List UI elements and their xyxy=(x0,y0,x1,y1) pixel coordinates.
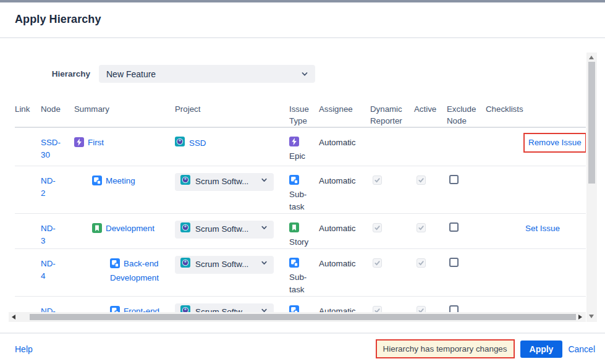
summary-cell: Development xyxy=(74,213,175,248)
scroll-left-arrow-icon[interactable] xyxy=(12,315,15,320)
dynamic-reporter-cell xyxy=(370,166,414,213)
vertical-scrollbar[interactable] xyxy=(586,53,597,322)
epic-icon xyxy=(289,137,299,150)
project-dropdown[interactable]: Scrum Softw... xyxy=(175,256,274,274)
dynamic-reporter-cell xyxy=(370,296,414,312)
table-viewport: LinkNodeSummaryProjectIssue TypeAssignee… xyxy=(15,99,586,312)
summary-cell: Meeting xyxy=(74,166,175,213)
checklists-cell xyxy=(486,296,525,312)
project-dropdown[interactable]: Scrum Softw... xyxy=(175,173,274,191)
scroll-right-arrow-icon[interactable] xyxy=(578,315,582,320)
table-row: SSD- 30FirstSSDEpicAutomaticRemove Issue xyxy=(15,127,586,166)
node-link[interactable]: ND- xyxy=(41,307,56,313)
cancel-link[interactable]: Cancel xyxy=(568,344,595,354)
actions-cell: Set Issue xyxy=(525,213,586,248)
horizontal-scrollbar[interactable] xyxy=(9,312,586,322)
active-checkbox xyxy=(417,258,426,268)
node-cell: ND- xyxy=(41,296,74,312)
status-message: Hierarchy has temporary changes xyxy=(376,339,515,358)
node-link[interactable]: SSD- 30 xyxy=(41,138,61,159)
chevron-down-icon xyxy=(260,306,268,312)
horizontal-scrollbar-thumb[interactable] xyxy=(30,314,576,320)
project-cell: Scrum Softw... xyxy=(175,213,289,248)
node-link[interactable]: ND- 2 xyxy=(41,176,56,198)
table-row: ND-Front-endScrum Softw...Sub- taskAutom… xyxy=(15,296,586,312)
issue-type-cell: Sub- task xyxy=(289,166,319,213)
checklists-cell xyxy=(486,213,525,248)
active-cell xyxy=(414,248,447,296)
assignee-value: Automatic xyxy=(319,259,356,268)
actions-cell xyxy=(525,166,586,213)
exclude-node-checkbox[interactable] xyxy=(449,258,459,267)
subtask-icon xyxy=(92,176,102,189)
footer-actions: Hierarchy has temporary changes Apply Ca… xyxy=(376,339,595,358)
checklists-cell xyxy=(486,248,525,296)
active-cell xyxy=(414,127,447,166)
assignee-cell: Automatic xyxy=(319,166,370,213)
issue-type-cell: Story xyxy=(289,213,319,248)
column-header-summary: Summary xyxy=(74,99,175,127)
hierarchy-label: Hierarchy xyxy=(15,69,90,78)
node-link[interactable]: ND- 4 xyxy=(41,259,56,281)
node-link[interactable]: ND- 3 xyxy=(41,224,56,245)
dynamic-reporter-checkbox xyxy=(373,258,382,268)
column-header-issue-type: Issue Type xyxy=(289,99,319,127)
hierarchy-select-value: New Feature xyxy=(106,69,156,79)
chevron-down-icon xyxy=(260,258,268,271)
table-row: ND- 2MeetingScrum Softw...Sub- taskAutom… xyxy=(15,166,586,213)
project-avatar-icon xyxy=(180,222,190,236)
column-header-node: Node xyxy=(41,99,74,127)
summary-link[interactable]: First xyxy=(88,138,104,147)
node-cell: ND- 4 xyxy=(41,248,74,296)
table-row: ND- 3DevelopmentScrum Softw...StoryAutom… xyxy=(15,213,586,248)
column-header-project: Project xyxy=(175,99,289,127)
annotation-highlight-box: Remove Issue xyxy=(523,133,586,153)
active-cell xyxy=(414,166,447,213)
exclude-node-cell xyxy=(447,248,486,296)
project-avatar-icon xyxy=(175,137,185,150)
assignee-cell: Automatic xyxy=(319,296,370,312)
column-header-exclude-node: Exclude Node xyxy=(447,99,486,127)
project-dropdown-value: Scrum Softw... xyxy=(195,306,255,312)
vertical-scrollbar-thumb[interactable] xyxy=(588,62,595,184)
help-link[interactable]: Help xyxy=(15,344,33,354)
modal-title: Apply Hierarchy xyxy=(0,2,605,26)
exclude-node-checkbox[interactable] xyxy=(449,175,459,184)
assignee-value: Automatic xyxy=(319,224,356,233)
link-cell xyxy=(15,166,41,213)
remove-issue-link[interactable]: Remove Issue xyxy=(528,138,582,147)
summary-link[interactable]: Development xyxy=(106,224,154,233)
column-header-assignee: Assignee xyxy=(319,99,370,127)
column-header-active: Active xyxy=(414,99,447,127)
link-cell xyxy=(15,296,41,312)
actions-cell xyxy=(525,248,586,296)
node-cell: SSD- 30 xyxy=(41,127,74,166)
apply-button[interactable]: Apply xyxy=(520,341,563,358)
active-cell xyxy=(414,213,447,248)
subtask-icon xyxy=(289,305,299,313)
exclude-node-checkbox[interactable] xyxy=(449,305,459,313)
epic-icon xyxy=(74,137,84,151)
summary-link[interactable]: Front-end xyxy=(124,307,159,313)
project-dropdown[interactable]: Scrum Softw... xyxy=(175,221,274,239)
dynamic-reporter-checkbox xyxy=(373,306,382,313)
summary-link[interactable]: Meeting xyxy=(106,176,135,185)
scroll-up-arrow-icon[interactable] xyxy=(589,56,594,59)
hierarchy-field-row: Hierarchy New Feature xyxy=(15,65,315,83)
project-cell: Scrum Softw... xyxy=(175,166,289,213)
column-header-dynamic-reporter: Dynamic Reporter xyxy=(370,99,414,127)
project-link[interactable]: SSD xyxy=(189,137,206,150)
exclude-node-cell xyxy=(447,213,486,248)
scroll-down-arrow-icon[interactable] xyxy=(589,315,594,318)
exclude-node-checkbox[interactable] xyxy=(449,222,459,232)
set-issue-link[interactable]: Set Issue xyxy=(525,224,560,233)
action-cell: Set Issue xyxy=(525,224,560,233)
actions-cell: Remove Issue xyxy=(525,127,586,166)
node-cell: ND- 2 xyxy=(41,166,74,213)
hierarchy-select[interactable]: New Feature xyxy=(99,65,315,83)
exclude-node-cell xyxy=(447,127,486,166)
table-header-row: LinkNodeSummaryProjectIssue TypeAssignee… xyxy=(15,99,586,127)
project-dropdown[interactable]: Scrum Softw... xyxy=(175,303,274,313)
checklists-cell xyxy=(486,166,525,213)
column-header-checklists: Checklists xyxy=(486,99,525,127)
